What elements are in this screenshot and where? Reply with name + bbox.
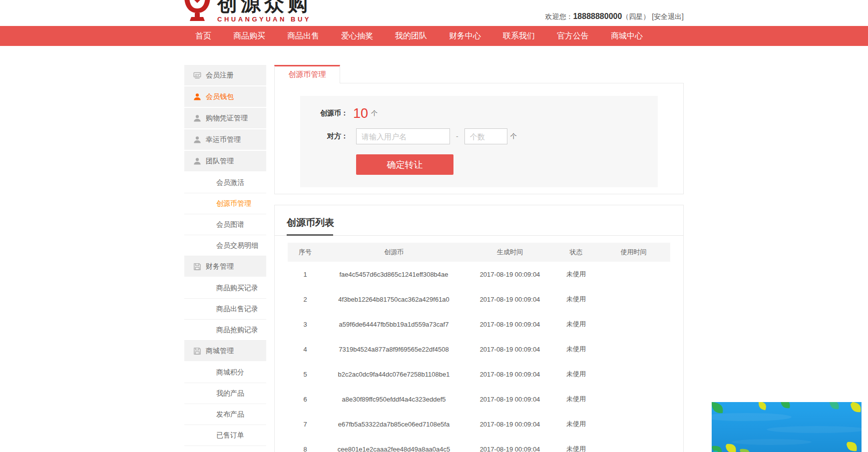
leaves-decoration-icon: [712, 402, 862, 452]
logo-subtitle: CHUANGYUAN BUY: [217, 15, 311, 23]
logo-mark-icon: [181, 0, 213, 24]
table-cell: 未使用: [555, 295, 597, 304]
sidebar-item-label: 已售订单: [216, 431, 244, 440]
table-cell: 5: [288, 371, 323, 378]
column-header: 使用时间: [597, 248, 670, 257]
sidebar-item-finance-management[interactable]: 财务管理: [184, 256, 266, 277]
sidebar-item-label: 会员钱包: [206, 92, 234, 101]
table-cell: 2017-08-19 00:09:04: [465, 421, 555, 428]
balance-label: 创源币：: [300, 109, 348, 118]
table-cell: e67fb5a53322da7b85ce06ed7108e5fa: [323, 421, 465, 428]
balance-row: 创源币： 10 个: [300, 106, 658, 120]
sidebar-item-sell-records[interactable]: 商品出售记录: [184, 299, 266, 320]
table-cell: 2017-08-19 00:09:04: [465, 446, 555, 452]
sidebar-item-label: 商城积分: [216, 368, 244, 377]
table-cell: a59f6de64447fb5bb19a1d559a73caf7: [323, 321, 465, 328]
balance-unit: 个: [371, 109, 378, 118]
sidebar-item-member-wallet[interactable]: 会员钱包: [184, 86, 266, 107]
table-cell: 8: [288, 446, 323, 452]
table-cell: 2: [288, 296, 323, 303]
table-row: 24f3beb12264b81750cac362a429f61a02017-08…: [288, 287, 670, 312]
table-row: 8cee801e1e2caaa2fee48d49a8aa0a4c52017-08…: [288, 437, 670, 452]
table-cell: 未使用: [555, 370, 597, 379]
sidebar-item-lucky-coin[interactable]: 幸运币管理: [184, 129, 266, 150]
sidebar-item-label: 商品出售记录: [216, 305, 258, 314]
table-row: 6a8e30f89ffc950efddf4a4c323eddef52017-08…: [288, 387, 670, 412]
nav-menu: 首页商品购买商品出售爱心抽奖我的团队财务中心联系我们官方公告商城中心: [184, 26, 684, 46]
sidebar-item-shopping-voucher[interactable]: 购物凭证管理: [184, 108, 266, 128]
sidebar-item-chuangyuan-coin[interactable]: 创源币管理: [184, 193, 266, 214]
logout-link[interactable]: [安全退出]: [652, 12, 684, 20]
sidebar-item-label: 商品购买记录: [216, 284, 258, 293]
table-cell: 2017-08-19 00:09:04: [465, 346, 555, 353]
nav-item-my-team[interactable]: 我的团队: [384, 26, 438, 46]
person-icon: [193, 136, 201, 144]
nav-item-official-notice[interactable]: 官方公告: [546, 26, 600, 46]
nav-item-product-buy[interactable]: 商品购买: [222, 26, 276, 46]
transfer-panel: 创源币： 10 个 对方： - 个 确定转让: [274, 83, 684, 194]
column-header: 创源币: [323, 248, 465, 257]
transfer-form: 创源币： 10 个 对方： - 个 确定转让: [300, 96, 658, 187]
sidebar-item-member-activate[interactable]: 会员激活: [184, 172, 266, 193]
sidebar-item-rush-records[interactable]: 商品抢购记录: [184, 320, 266, 341]
welcome-level: （四星）: [622, 12, 650, 20]
table-cell: 未使用: [555, 320, 597, 329]
sidebar-item-mall-management[interactable]: 商城管理: [184, 341, 266, 361]
sidebar-item-purchase-records[interactable]: 商品购买记录: [184, 278, 266, 299]
register-icon: [193, 71, 201, 79]
nav-item-finance-center[interactable]: 财务中心: [438, 26, 492, 46]
nav-item-mall-center[interactable]: 商城中心: [600, 26, 654, 46]
sidebar-item-label: 幸运币管理: [206, 135, 241, 144]
sidebar-item-member-register[interactable]: 会员注册: [184, 65, 266, 85]
separator-dash: -: [456, 132, 458, 140]
nav-item-lucky-draw[interactable]: 爱心抽奖: [330, 26, 384, 46]
column-header: 生成时间: [465, 248, 555, 257]
sidebar-item-mall-points[interactable]: 商城积分: [184, 362, 266, 383]
logo[interactable]: 创源众购 CHUANGYUAN BUY: [181, 0, 311, 24]
table-cell: fae4c5457d6c3d865c1241eff308b4ae: [323, 271, 465, 278]
sidebar-item-label: 会员图谱: [216, 220, 244, 229]
main-content: 创源币管理 创源币： 10 个 对方： - 个 确定转让: [274, 65, 684, 452]
target-label: 对方：: [300, 132, 348, 141]
sidebar-item-member-transactions[interactable]: 会员交易明细: [184, 235, 266, 256]
table-cell: 未使用: [555, 270, 597, 279]
table-cell: 未使用: [555, 420, 597, 429]
table-row: 7e67fb5a53322da7b85ce06ed7108e5fa2017-08…: [288, 412, 670, 437]
nav-item-contact-us[interactable]: 联系我们: [492, 26, 546, 46]
table-cell: 2017-08-19 00:09:04: [465, 321, 555, 328]
table-row: 1fae4c5457d6c3d865c1241eff308b4ae2017-08…: [288, 262, 670, 287]
table-row: 5b2c2ac0dc9fa44dc076e7258b1108be12017-08…: [288, 362, 670, 387]
person-icon: [193, 157, 201, 165]
username-input[interactable]: [356, 128, 450, 144]
sidebar-item-team-management[interactable]: 团队管理: [184, 151, 266, 171]
sidebar-item-label: 我的产品: [216, 389, 244, 398]
sidebar-item-label: 会员激活: [216, 178, 244, 187]
welcome-prefix: 欢迎您：: [545, 12, 573, 20]
sidebar-item-publish-product[interactable]: 发布产品: [184, 404, 266, 425]
coin-list-title: 创源币列表: [275, 205, 683, 229]
table-row: 47319b4524a877a8f9f69565e22df45082017-08…: [288, 337, 670, 362]
welcome-phone: 18888880000: [573, 12, 622, 20]
sidebar-item-label: 团队管理: [206, 157, 234, 166]
sidebar-item-member-graph[interactable]: 会员图谱: [184, 214, 266, 235]
table-cell: 4: [288, 346, 323, 353]
logo-title: 创源众购: [217, 0, 311, 15]
sidebar: 会员注册会员钱包购物凭证管理幸运币管理团队管理会员激活创源币管理会员图谱会员交易…: [184, 65, 266, 446]
top-header: 创源众购 CHUANGYUAN BUY 欢迎您：18888880000（四星） …: [0, 0, 868, 26]
table-cell: 2017-08-19 00:09:04: [465, 371, 555, 378]
sidebar-item-label: 会员注册: [206, 71, 234, 80]
nav-item-home[interactable]: 首页: [184, 26, 222, 46]
sidebar-item-label: 发布产品: [216, 410, 244, 419]
sidebar-item-label: 创源币管理: [216, 199, 251, 208]
promo-banner[interactable]: [712, 402, 862, 452]
nav-item-product-sell[interactable]: 商品出售: [276, 26, 330, 46]
count-input[interactable]: [464, 128, 507, 144]
disk-icon: [193, 263, 201, 271]
confirm-transfer-button[interactable]: 确定转让: [356, 154, 453, 175]
table-cell: 2017-08-19 00:09:04: [465, 271, 555, 278]
coin-table: 序号创源币生成时间状态使用时间 1fae4c5457d6c3d865c1241e…: [288, 243, 670, 452]
welcome-bar: 欢迎您：18888880000（四星） [安全退出]: [545, 12, 684, 21]
tab-chuangyuan-coin-management[interactable]: 创源币管理: [274, 65, 340, 83]
sidebar-item-sold-orders[interactable]: 已售订单: [184, 425, 266, 446]
sidebar-item-my-products[interactable]: 我的产品: [184, 383, 266, 404]
